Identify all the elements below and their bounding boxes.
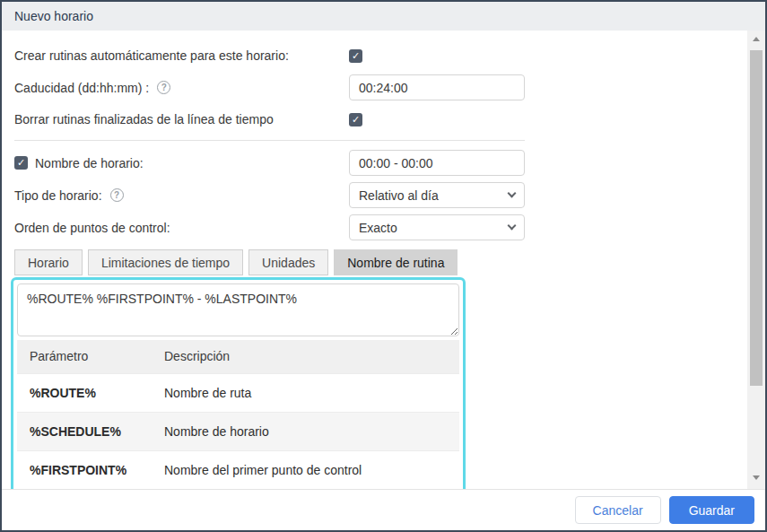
schedule-name-label: Nombre de horario:	[35, 156, 144, 170]
help-glyph: ?	[161, 83, 167, 92]
routine-name-pattern-textarea[interactable]: %ROUTE% %FIRSTPOINT% - %LASTPOINT%	[17, 283, 459, 336]
description-cell: Nombre del primer punto de control	[152, 450, 459, 489]
save-button[interactable]: Guardar	[669, 496, 754, 524]
param-cell: %SCHEDULE%	[17, 412, 152, 450]
check-icon: ✓	[352, 113, 360, 126]
check-icon: ✓	[17, 156, 25, 170]
section-divider	[14, 140, 525, 141]
help-icon[interactable]: ?	[110, 188, 124, 202]
chevron-down-icon	[508, 222, 517, 231]
help-icon[interactable]: ?	[157, 81, 170, 94]
row-schedule-name: ✓ Nombre de horario:	[14, 150, 747, 176]
row-checkpoint-order: Orden de puntos de control: Exacto	[14, 214, 747, 240]
schedule-type-value: Relativo al día	[359, 188, 439, 203]
auto-routines-checkbox[interactable]: ✓	[349, 49, 362, 63]
schedule-name-input[interactable]	[349, 150, 525, 176]
header-descripcion: Descripción	[152, 340, 459, 373]
scroll-up-icon	[753, 37, 760, 41]
checkpoint-order-label: Orden de puntos de control:	[14, 221, 349, 235]
description-cell: Nombre de ruta	[152, 373, 459, 412]
dialog-titlebar: Nuevo horario	[2, 2, 765, 31]
table-row: %SCHEDULE% Nombre de horario	[17, 412, 459, 450]
description-cell: Nombre de horario	[152, 412, 459, 450]
schedule-type-select[interactable]: Relativo al día	[349, 182, 525, 208]
param-cell: %ROUTE%	[17, 373, 152, 412]
scroll-down-icon	[753, 475, 760, 480]
vertical-scrollbar[interactable]	[747, 31, 765, 489]
table-row: %ROUTE% Nombre de ruta	[17, 373, 459, 412]
checkpoint-order-select[interactable]: Exacto	[349, 214, 525, 240]
schedule-type-label: Tipo de horario:	[14, 188, 102, 203]
scroll-down-button[interactable]	[747, 469, 765, 485]
row-auto-routines: Crear rutinas automáticamente para este …	[14, 43, 747, 68]
parameters-table: Parámetro Descripción %ROUTE% Nombre de …	[17, 340, 459, 489]
param-cell: %FIRSTPOINT%	[17, 450, 152, 489]
expiration-label-group: Caducidad (dd:hh:mm) : ?	[14, 81, 349, 95]
chevron-down-icon	[508, 189, 517, 198]
row-expiration: Caducidad (dd:hh:mm) : ?	[14, 74, 747, 100]
scroll-up-button[interactable]	[747, 31, 765, 47]
schedule-name-checkbox[interactable]: ✓	[14, 156, 28, 170]
dialog-content: Crear rutinas automáticamente para este …	[2, 31, 747, 489]
tab-bar: Horario Limitaciones de tiempo Unidades …	[14, 249, 747, 275]
new-schedule-dialog: Nuevo horario Crear rutinas automáticame…	[0, 0, 767, 532]
dialog-footer: Cancelar Guardar	[2, 489, 765, 530]
header-parametro: Parámetro	[17, 340, 152, 373]
cancel-button[interactable]: Cancelar	[575, 496, 661, 524]
tab-horario[interactable]: Horario	[14, 249, 83, 275]
table-header-row: Parámetro Descripción	[17, 340, 459, 373]
tab-unidades[interactable]: Unidades	[248, 249, 328, 275]
schedule-name-label-group: ✓ Nombre de horario:	[14, 156, 349, 170]
check-icon: ✓	[352, 49, 360, 63]
tab-nombre-de-rutina[interactable]: Nombre de rutina	[334, 249, 458, 275]
table-row: %FIRSTPOINT% Nombre del primer punto de …	[17, 450, 459, 489]
row-delete-finished: Borrar rutinas finalizadas de la línea d…	[14, 107, 747, 132]
dialog-body: Crear rutinas automáticamente para este …	[2, 31, 765, 489]
help-glyph: ?	[114, 190, 119, 200]
checkpoint-order-value: Exacto	[359, 221, 397, 235]
schedule-type-label-group: Tipo de horario: ?	[14, 188, 349, 203]
row-schedule-type: Tipo de horario: ? Relativo al día	[14, 182, 747, 208]
delete-finished-checkbox[interactable]: ✓	[349, 113, 362, 126]
tab-limitaciones-de-tiempo[interactable]: Limitaciones de tiempo	[88, 249, 243, 275]
routine-name-pane: %ROUTE% %FIRSTPOINT% - %LASTPOINT% Parám…	[11, 277, 466, 489]
expiration-input[interactable]	[349, 74, 525, 100]
scrollbar-thumb[interactable]	[750, 50, 763, 386]
auto-routines-label: Crear rutinas automáticamente para este …	[14, 48, 349, 63]
expiration-label: Caducidad (dd:hh:mm) :	[14, 81, 149, 95]
dialog-title: Nuevo horario	[14, 9, 93, 23]
delete-finished-label: Borrar rutinas finalizadas de la línea d…	[14, 112, 349, 126]
